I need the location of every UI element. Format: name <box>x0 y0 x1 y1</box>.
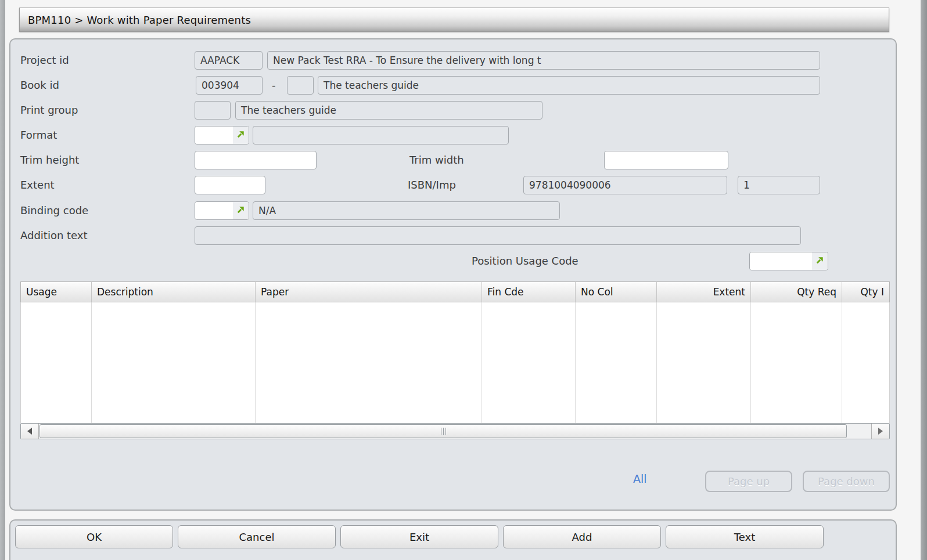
book-id-suffix-field <box>287 76 314 95</box>
page-title: BPM110 > Work with Paper Requirements <box>28 14 251 26</box>
format-input[interactable] <box>195 127 233 144</box>
extent-label: Extent <box>20 176 55 194</box>
window-border-left <box>0 0 5 560</box>
addition-text-field <box>195 226 801 245</box>
northeast-arrow-icon <box>236 205 245 216</box>
requirements-table-header: Usage Description Paper Fin Cde No Col E… <box>20 281 890 302</box>
table-column-paper <box>256 302 482 423</box>
trim-height-input[interactable] <box>195 151 317 169</box>
table-column-description <box>92 302 256 423</box>
book-id-separator: - <box>272 76 276 95</box>
column-header-extent: Extent <box>657 282 751 302</box>
left-triangle-icon <box>27 428 32 435</box>
book-id-code-field: 003904 <box>196 76 263 95</box>
scrollbar-grip-icon <box>443 428 444 435</box>
page-down-button[interactable]: Page down <box>803 471 890 492</box>
trim-height-label: Trim height <box>20 151 79 169</box>
trim-width-label: Trim width <box>409 151 464 169</box>
column-header-usage: Usage <box>21 282 92 302</box>
binding-code-input[interactable] <box>195 202 233 219</box>
isbn-imp-label: ISBN/Imp <box>408 176 456 194</box>
window-border-right <box>921 0 927 560</box>
print-group-code-field <box>195 101 231 120</box>
format-lookup-button[interactable] <box>233 127 249 144</box>
extent-input[interactable] <box>195 176 265 194</box>
table-column-usage <box>21 302 92 423</box>
exit-button[interactable]: Exit <box>340 525 498 548</box>
right-triangle-icon <box>878 428 883 435</box>
binding-code-name-field: N/A <box>253 201 560 220</box>
table-horizontal-scrollbar[interactable] <box>20 423 890 439</box>
ok-button[interactable]: OK <box>15 525 173 548</box>
northeast-arrow-icon <box>236 130 245 140</box>
column-header-paper: Paper <box>256 282 482 302</box>
scrollbar-track[interactable] <box>39 424 871 439</box>
addition-text-label: Addition text <box>20 226 88 245</box>
position-usage-code-label: Position Usage Code <box>472 252 579 270</box>
table-column-qty-req <box>751 302 842 423</box>
footer-action-bar: OK Cancel Exit Add Text <box>9 519 897 560</box>
main-panel: Project id AAPACK New Pack Test RRA - To… <box>9 38 897 511</box>
print-group-label: Print group <box>20 101 78 120</box>
binding-code-label: Binding code <box>20 201 88 220</box>
scroll-right-button[interactable] <box>871 424 889 439</box>
trim-width-input[interactable] <box>604 151 728 169</box>
table-column-qty-i <box>842 302 889 423</box>
imp-field: 1 <box>738 176 820 194</box>
project-id-code-field: AAPACK <box>195 51 263 70</box>
page-up-button[interactable]: Page up <box>705 471 792 492</box>
table-column-fin-cde <box>482 302 576 423</box>
column-header-fin-cde: Fin Cde <box>482 282 576 302</box>
all-link[interactable]: All <box>633 472 647 485</box>
isbn-field: 9781004090006 <box>523 176 727 194</box>
add-button[interactable]: Add <box>503 525 661 548</box>
print-group-name-field: The teachers guide <box>235 101 542 120</box>
text-button[interactable]: Text <box>666 525 824 548</box>
cancel-button[interactable]: Cancel <box>178 525 336 548</box>
requirements-table-body <box>20 302 890 423</box>
position-usage-code-input[interactable] <box>750 252 812 270</box>
column-header-qty-i: Qty I <box>842 282 889 302</box>
scrollbar-grip-icon <box>445 428 446 435</box>
title-bar: BPM110 > Work with Paper Requirements <box>19 8 889 32</box>
column-header-qty-req: Qty Req <box>751 282 842 302</box>
column-header-no-col: No Col <box>576 282 657 302</box>
column-header-description: Description <box>92 282 256 302</box>
binding-code-prompt-field <box>195 201 249 220</box>
format-prompt-field <box>195 126 249 144</box>
book-id-label: Book id <box>20 76 59 95</box>
position-usage-code-lookup-button[interactable] <box>812 252 828 270</box>
table-column-extent <box>657 302 751 423</box>
scrollbar-grip-icon <box>441 428 441 435</box>
project-id-name-field: New Pack Test RRA - To Ensure the delive… <box>267 51 820 70</box>
project-id-label: Project id <box>20 51 69 70</box>
format-name-field <box>253 126 509 144</box>
scrollbar-thumb[interactable] <box>39 424 847 438</box>
table-column-no-col <box>576 302 657 423</box>
position-usage-code-prompt-field <box>749 252 828 270</box>
book-id-name-field: The teachers guide <box>318 76 820 95</box>
northeast-arrow-icon <box>815 256 824 266</box>
binding-code-lookup-button[interactable] <box>233 202 249 219</box>
scroll-left-button[interactable] <box>21 424 39 439</box>
format-label: Format <box>20 126 57 144</box>
